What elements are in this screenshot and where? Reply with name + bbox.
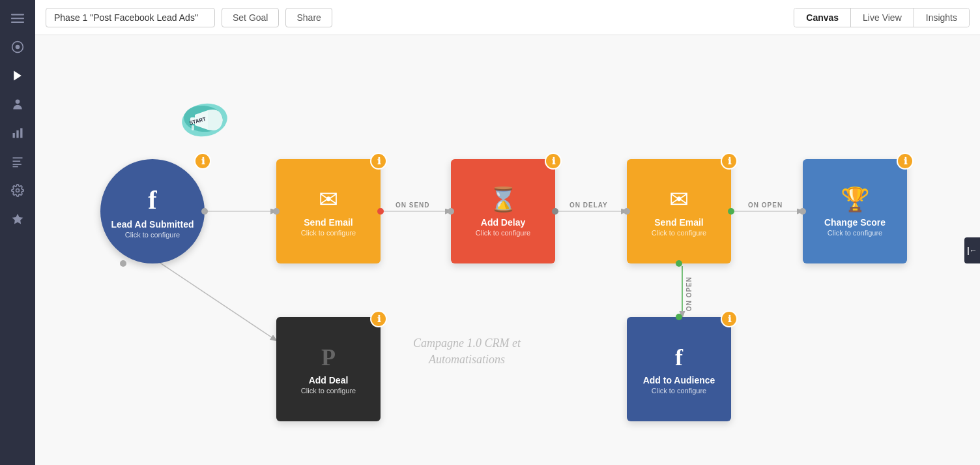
- svg-line-20: [159, 262, 276, 340]
- svg-rect-12: [13, 164, 22, 165]
- sidebar-item-lists[interactable]: [6, 150, 29, 173]
- send-email-1-badge: ℹ: [370, 153, 387, 170]
- svg-point-4: [16, 45, 20, 50]
- topbar: Phase 1 "Post Facebook Lead Ads" Set Goa…: [35, 0, 980, 35]
- send-email-2-badge: ℹ: [721, 153, 738, 170]
- svg-rect-13: [13, 166, 18, 168]
- add-delay-title: Add Delay: [481, 217, 525, 228]
- main-area: Phase 1 "Post Facebook Lead Ads" Set Goa…: [35, 0, 980, 465]
- svg-point-6: [16, 100, 20, 104]
- sidebar-item-contacts[interactable]: [6, 93, 29, 116]
- svg-marker-15: [12, 214, 23, 224]
- change-score-badge: ℹ: [897, 153, 914, 170]
- deal-icon: P: [321, 344, 336, 371]
- facebook-icon: f: [148, 185, 156, 215]
- svg-rect-11: [13, 160, 21, 162]
- sidebar-item-analytics[interactable]: [6, 35, 29, 59]
- svg-rect-0: [11, 14, 24, 15]
- send-email-2-title: Send Email: [654, 217, 703, 228]
- add-deal-title: Add Deal: [309, 375, 349, 385]
- svg-rect-26: [192, 125, 194, 130]
- label-on-open-bottom: ON OPEN: [685, 277, 693, 311]
- svg-rect-10: [13, 157, 23, 158]
- email-icon-2: ✉: [669, 186, 689, 213]
- node-trigger[interactable]: ℹ f Lead Ad Submitted Click to configure: [100, 159, 205, 263]
- svg-rect-9: [20, 128, 22, 138]
- change-score-title: Change Score: [824, 217, 886, 228]
- change-score-subtitle: Click to configure: [828, 229, 882, 237]
- label-on-open-right: ON OPEN: [748, 202, 783, 209]
- svg-rect-7: [13, 133, 15, 138]
- sidebar-item-menu[interactable]: [6, 7, 29, 30]
- trigger-title: Lead Ad Submitted: [111, 219, 194, 230]
- share-button[interactable]: Share: [285, 8, 332, 27]
- trigger-conn-right: [201, 208, 208, 215]
- send-email-2-conn-right: [728, 208, 734, 215]
- sidebar-item-reports[interactable]: [6, 121, 29, 145]
- node-send-email-1[interactable]: ℹ ✉ Send Email Click to configure: [276, 159, 381, 263]
- sidebar-item-settings[interactable]: [6, 179, 29, 202]
- node-add-delay[interactable]: ℹ ⌛ Add Delay Click to configure: [451, 159, 555, 263]
- send-email-2-subtitle: Click to configure: [652, 229, 706, 237]
- node-send-email-2[interactable]: ℹ ✉ Send Email Click to configure: [627, 159, 731, 263]
- email-icon-1: ✉: [319, 186, 338, 213]
- view-tabs: Canvas Live View Insights: [794, 8, 970, 27]
- send-email-2-conn-left: [624, 208, 630, 215]
- tab-canvas[interactable]: Canvas: [794, 8, 851, 27]
- hourglass-icon: ⌛: [489, 186, 518, 213]
- svg-rect-2: [11, 22, 24, 23]
- send-email-2-conn-bottom: [676, 260, 682, 267]
- svg-point-14: [16, 189, 20, 192]
- label-on-send: ON SEND: [396, 202, 430, 209]
- send-email-1-subtitle: Click to configure: [301, 229, 356, 237]
- svg-rect-1: [11, 18, 24, 19]
- add-deal-badge: ℹ: [370, 310, 387, 327]
- set-goal-button[interactable]: Set Goal: [222, 8, 279, 27]
- send-email-1-title: Send Email: [304, 217, 353, 228]
- add-delay-conn-right: [552, 208, 558, 215]
- automation-title[interactable]: Phase 1 "Post Facebook Lead Ads": [46, 8, 215, 27]
- label-on-delay: ON DELAY: [569, 202, 608, 209]
- tab-live-view[interactable]: Live View: [851, 8, 914, 27]
- edge-collapse-handle[interactable]: |←: [964, 237, 980, 263]
- node-add-to-audience[interactable]: ℹ f Add to Audience Click to configure: [627, 317, 731, 421]
- send-email-1-conn-right: [377, 208, 384, 215]
- add-to-audience-subtitle: Click to configure: [652, 387, 706, 395]
- watermark-text: Campagne 1.0 CRM et Automatisations: [413, 335, 521, 368]
- facebook-icon-2: f: [675, 344, 683, 371]
- trigger-subtitle: Click to configure: [125, 231, 180, 239]
- tab-insights[interactable]: Insights: [914, 8, 969, 27]
- node-change-score[interactable]: ℹ 🏆 Change Score Click to configure: [803, 159, 907, 263]
- add-deal-subtitle: Click to configure: [301, 387, 356, 395]
- sidebar: [0, 0, 35, 465]
- svg-marker-5: [14, 71, 22, 81]
- trigger-conn-bottom: [120, 260, 126, 267]
- add-to-audience-badge: ℹ: [721, 310, 738, 327]
- sidebar-item-favorites[interactable]: [6, 207, 29, 231]
- add-delay-subtitle: Click to configure: [476, 229, 530, 237]
- send-email-1-conn-left: [273, 208, 280, 215]
- change-score-conn-left: [800, 208, 806, 215]
- svg-rect-8: [16, 130, 18, 138]
- add-delay-badge: ℹ: [545, 153, 562, 170]
- add-delay-conn-left: [448, 208, 454, 215]
- start-illustration: START: [179, 100, 231, 140]
- add-to-audience-conn-top: [676, 314, 682, 320]
- trigger-badge: ℹ: [194, 153, 211, 170]
- sidebar-item-automation[interactable]: [6, 64, 29, 87]
- add-to-audience-title: Add to Audience: [643, 375, 715, 385]
- canvas-area[interactable]: START ℹ f Lead Ad Submitted Click to con…: [35, 35, 980, 465]
- node-add-deal[interactable]: ℹ P Add Deal Click to configure: [276, 317, 381, 421]
- trophy-icon: 🏆: [841, 186, 870, 213]
